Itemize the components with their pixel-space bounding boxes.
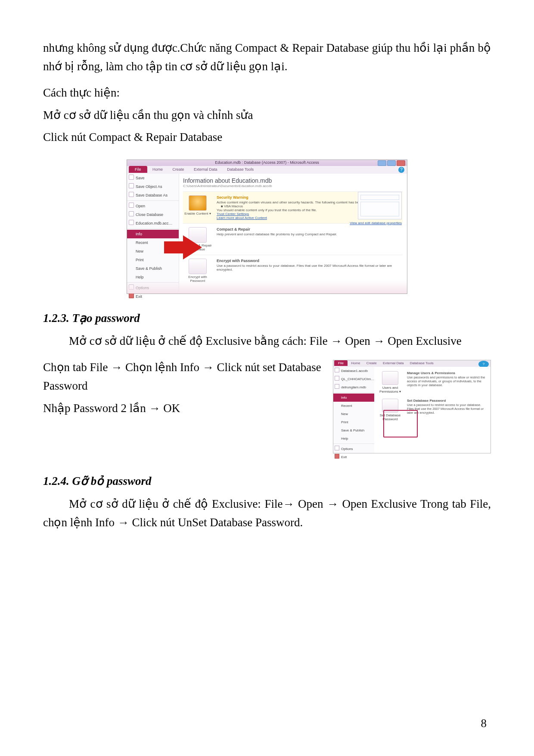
database-preview <box>358 192 402 219</box>
db-file-icon <box>335 368 339 372</box>
view-properties-link[interactable]: View and edit database properties <box>350 221 402 225</box>
section-1-2-4-heading: 1.2.4. Gỡ bỏ password <box>43 474 491 488</box>
lock-icon <box>189 259 207 274</box>
sidebar-open[interactable]: Open <box>127 202 179 210</box>
section-1-2-3-line1: Mở cơ sở dữ liệu ở chế độ Exclusive bằng… <box>43 332 491 350</box>
set-password-heading: Set Database Password <box>407 399 488 403</box>
tab-file[interactable]: File <box>129 166 147 173</box>
tab-home-2[interactable]: Home <box>348 360 363 366</box>
db-file-icon <box>335 376 339 381</box>
sidebar-print-2[interactable]: Print <box>333 418 374 426</box>
users-icon <box>382 371 398 385</box>
compact-repair-row: Compact & Repair Database Compact & Repa… <box>183 224 403 255</box>
users-permissions-heading: Manage Users & Permissions <box>407 371 488 375</box>
page-number: 8 <box>481 717 487 730</box>
sidebar-save-publish-2[interactable]: Save & Publish <box>333 426 374 434</box>
window-titlebar: Education.mdb : Database (Access 2007) -… <box>127 160 407 166</box>
trust-center-link[interactable]: Trust Center Settings <box>217 212 249 216</box>
tab-external-data-2[interactable]: External Data <box>380 360 406 366</box>
sidebar-save-object-as[interactable]: Save Object As <box>127 182 179 191</box>
section-1-2-4-line1: Mở cơ sở dữ liệu ở chế độ Exclusive: Fil… <box>43 495 491 532</box>
info-path: C:\Users\Administrateur\Documents\Educat… <box>183 184 403 188</box>
sidebar-save-publish[interactable]: Save & Publish <box>127 264 179 273</box>
access-info-screenshot: Education.mdb : Database (Access 2007) -… <box>127 159 407 294</box>
sidebar-exit-2[interactable]: Exit <box>333 453 374 461</box>
shield-icon <box>189 195 207 211</box>
sidebar-info-2[interactable]: Info <box>333 394 374 402</box>
sidebar-info[interactable]: Info <box>127 230 179 238</box>
sidebar-options[interactable]: Options <box>127 284 179 292</box>
set-password-desc: Use a password to restrict access to you… <box>407 403 488 415</box>
close-button[interactable] <box>397 160 405 166</box>
sidebar-file-3[interactable]: detrungtam.mdb <box>333 383 374 391</box>
tab-file-2[interactable]: File <box>334 360 348 366</box>
set-database-password-button[interactable]: Set Database Password <box>377 399 404 421</box>
close-db-icon <box>129 211 134 216</box>
tab-database-tools-2[interactable]: Database Tools <box>407 360 436 366</box>
maximize-button[interactable] <box>387 160 396 166</box>
encrypt-button[interactable]: Encrypt with Password <box>183 259 212 283</box>
sidebar-close-database[interactable]: Close Database <box>127 210 179 219</box>
security-warning-macros: VBA Macros <box>224 204 243 208</box>
sidebar-help-2[interactable]: Help <box>333 434 374 443</box>
sidebar-file-2[interactable]: QL_CHHOATUOIm… <box>333 375 374 383</box>
encrypt-heading: Encrypt with Password <box>217 259 403 263</box>
tab-create[interactable]: Create <box>168 166 189 173</box>
minimize-button[interactable] <box>378 160 386 166</box>
sidebar-save[interactable]: Save <box>127 174 179 182</box>
db-file-icon <box>335 384 339 389</box>
users-permissions-desc: Use passwords and permissions to allow o… <box>407 375 488 387</box>
sidebar-options-2[interactable]: Options <box>333 445 374 453</box>
step-1: Mở cơ sở dữ liệu cần thu gọn và chỉnh sử… <box>43 106 491 125</box>
save-db-icon <box>129 192 134 197</box>
sidebar-file-1[interactable]: Database1.accdb <box>333 367 374 375</box>
enable-content-button[interactable]: Enable Content ▾ <box>183 195 212 220</box>
sidebar-save-database-as[interactable]: Save Database As <box>127 191 179 200</box>
sidebar-recent-file[interactable]: Education.mdb.acc… <box>127 219 179 228</box>
encrypt-row: Encrypt with Password Encrypt with Passw… <box>183 255 403 286</box>
sidebar-print[interactable]: Print <box>127 256 179 264</box>
info-title: Information about Education.mdb <box>183 177 403 184</box>
save-object-icon <box>129 183 134 188</box>
intro-paragraph: nhưng không sử dụng được.Chức năng Compa… <box>43 39 491 76</box>
learn-more-link[interactable]: Learn more about Active Content <box>217 216 267 220</box>
sidebar-new-2[interactable]: New <box>333 410 374 418</box>
users-permissions-row: Users and Permissions ▾ Manage Users & P… <box>377 369 488 396</box>
compact-repair-desc: Help prevent and correct database file p… <box>217 232 403 236</box>
tab-home[interactable]: Home <box>148 166 167 173</box>
open-icon <box>129 203 134 208</box>
section-1-2-3-heading: 1.2.3. Tạo password <box>43 311 491 325</box>
set-password-screenshot: File Home Create External Data Database … <box>333 360 491 453</box>
exit-icon <box>335 454 339 459</box>
lock-icon <box>382 399 398 412</box>
backstage-sidebar-2: Database1.accdb QL_CHHOATUOIm… detrungta… <box>333 367 375 453</box>
ribbon-tabs-2: File Home Create External Data Database … <box>333 360 491 367</box>
sidebar-help[interactable]: Help <box>127 273 179 281</box>
howto-heading: Cách thực hiện: <box>43 84 491 102</box>
exit-icon <box>129 293 134 298</box>
users-permissions-button[interactable]: Users and Permissions ▾ <box>377 371 404 394</box>
sidebar-recent-2[interactable]: Recent <box>333 402 374 410</box>
tab-database-tools[interactable]: Database Tools <box>223 166 258 173</box>
tab-create-2[interactable]: Create <box>364 360 379 366</box>
backstage-sidebar: Save Save Object As Save Database As Ope… <box>127 174 179 294</box>
step-2: Click nút Compact & Repair Database <box>43 128 491 147</box>
window-buttons <box>378 160 405 166</box>
options-icon <box>335 446 339 450</box>
tab-external-data[interactable]: External Data <box>189 166 222 173</box>
red-arrow-annotation <box>183 235 202 259</box>
save-icon <box>129 175 134 180</box>
help-icon[interactable]: ? <box>398 167 404 173</box>
sidebar-exit[interactable]: Exit <box>127 292 179 301</box>
options-icon <box>129 284 134 290</box>
set-password-row: Set Database Password Set Database Passw… <box>377 396 488 424</box>
encrypt-desc: Use a password to restrict access to you… <box>217 264 403 272</box>
compact-repair-heading: Compact & Repair <box>217 227 403 231</box>
window-title: Education.mdb : Database (Access 2007) -… <box>215 160 319 165</box>
db-file-icon <box>129 220 134 225</box>
ribbon-tabs: File Home Create External Data Database … <box>127 166 407 174</box>
